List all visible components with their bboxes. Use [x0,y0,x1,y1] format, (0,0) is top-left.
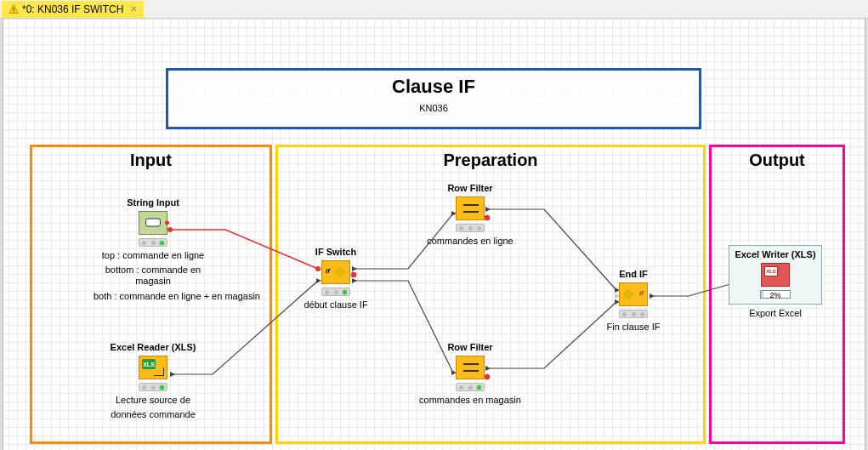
zone-title-input: Input [32,151,269,170]
traffic-light [321,288,350,296]
workflow-tab[interactable]: *0: KN036 IF SWITCH ✕ [2,1,144,18]
excel-reader-icon: XLS [139,356,167,379]
node-caption: commandes en magasin [411,395,530,406]
node-title: String Input [94,197,213,208]
traffic-light [139,238,167,247]
progress-text: 2% [761,291,790,299]
node-title: Row Filter [411,183,530,193]
xls-badge: XLS [764,266,778,276]
tab-bar: *0: KN036 IF SWITCH ✕ [0,0,868,19]
traffic-light [456,383,485,391]
annotation-title[interactable]: Clause IF KN036 [166,68,701,129]
row-filter-icon [456,197,485,220]
node-caption: Fin clause IF [574,322,693,333]
if-label: if [326,267,330,275]
row-filter-icon [456,356,485,379]
workflow-title: Clause IF [168,76,699,98]
workflow-subtitle: KN036 [168,103,699,113]
if-switch-icon: if [321,260,350,284]
node-caption: commandes en ligne [411,236,530,247]
traffic-light [139,383,167,391]
ruler-vertical [0,19,3,450]
node-title: Row Filter [411,342,530,352]
node-excel-reader[interactable]: Excel Reader (XLS) XLS Lecture source de… [94,342,213,420]
svg-rect-2 [13,11,14,12]
svg-rect-1 [13,7,14,10]
node-caption-1: Lecture source de [94,395,213,406]
node-string-input[interactable]: String Input top : commande en ligne bot… [94,197,213,302]
end-if-icon: if [619,282,648,306]
node-title: IF Switch [276,247,395,257]
node-title: End IF [574,269,693,279]
excel-writer-icon: XLS [761,263,790,287]
if-label: if [639,289,644,297]
traffic-light [456,224,485,232]
node-caption: début clause IF [276,299,395,310]
tab-label: *0: KN036 IF SWITCH [22,3,123,15]
node-row-filter-bottom[interactable]: Row Filter commandes en magasin [411,342,530,406]
node-title: Excel Writer (XLS) [735,249,815,259]
progress-bar: 2% [760,290,791,299]
warning-icon [9,4,19,14]
node-title: Excel Reader (XLS) [94,342,213,352]
scrollbar-vertical[interactable] [865,19,868,450]
node-caption-1: top : commande en ligne [94,250,213,261]
workflow-canvas[interactable]: Clause IF KN036 Input Preparation Output [0,19,868,450]
node-caption-2: données commande [94,409,213,420]
string-input-icon [139,211,167,235]
close-icon[interactable]: ✕ [130,4,137,14]
node-caption: Export Excel [712,308,839,319]
zone-title-output: Output [712,151,842,170]
zone-title-prep: Preparation [278,151,703,170]
node-if-switch[interactable]: IF Switch if début clause IF [276,247,395,310]
node-caption-2: bottom : commande en magasin [94,265,213,287]
traffic-light [619,310,648,318]
node-end-if[interactable]: End IF if Fin clause IF [574,269,693,333]
node-excel-writer[interactable]: Excel Writer (XLS) XLS 2% Export Excel [712,245,839,319]
node-row-filter-top[interactable]: Row Filter commandes en ligne [411,183,530,247]
node-caption-3: both : commande en ligne + en magasin [94,291,213,302]
